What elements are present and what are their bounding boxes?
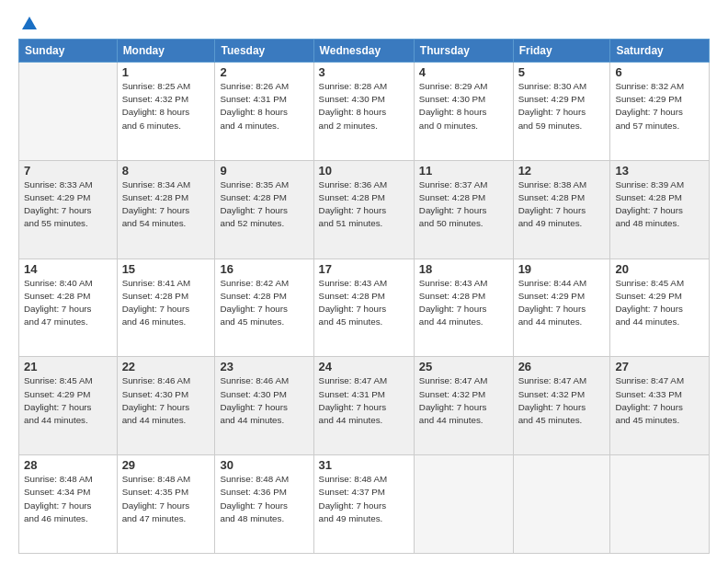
day-number: 8	[122, 164, 210, 178]
day-number: 24	[319, 360, 409, 373]
day-number: 31	[319, 458, 409, 472]
calendar-cell: 1Sunrise: 8:25 AM Sunset: 4:32 PM Daylig…	[117, 63, 215, 161]
calendar-cell: 14Sunrise: 8:40 AM Sunset: 4:28 PM Dayli…	[19, 259, 118, 357]
calendar-cell: 12Sunrise: 8:38 AM Sunset: 4:28 PM Dayli…	[513, 160, 610, 259]
day-info: Sunrise: 8:39 AM Sunset: 4:28 PM Dayligh…	[615, 178, 704, 231]
day-number: 4	[419, 65, 508, 79]
calendar-cell: 30Sunrise: 8:48 AM Sunset: 4:36 PM Dayli…	[215, 455, 313, 554]
calendar-day-header: Friday	[513, 40, 610, 63]
day-info: Sunrise: 8:38 AM Sunset: 4:28 PM Dayligh…	[518, 178, 606, 231]
calendar-day-header: Monday	[117, 40, 215, 63]
day-number: 27	[615, 360, 704, 373]
calendar-day-header: Wednesday	[313, 40, 414, 63]
day-info: Sunrise: 8:46 AM Sunset: 4:30 PM Dayligh…	[220, 374, 308, 427]
day-number: 26	[518, 360, 606, 373]
calendar-day-header: Thursday	[414, 40, 513, 63]
calendar-cell	[513, 455, 610, 554]
calendar-cell: 10Sunrise: 8:36 AM Sunset: 4:28 PM Dayli…	[313, 160, 414, 259]
day-number: 12	[518, 164, 606, 178]
svg-marker-0	[22, 17, 37, 29]
day-info: Sunrise: 8:46 AM Sunset: 4:30 PM Dayligh…	[122, 374, 210, 427]
day-info: Sunrise: 8:36 AM Sunset: 4:28 PM Dayligh…	[319, 178, 409, 231]
calendar-cell: 8Sunrise: 8:34 AM Sunset: 4:28 PM Daylig…	[117, 160, 215, 259]
day-number: 5	[518, 65, 606, 79]
calendar-cell: 9Sunrise: 8:35 AM Sunset: 4:28 PM Daylig…	[215, 160, 313, 259]
calendar-cell: 18Sunrise: 8:43 AM Sunset: 4:28 PM Dayli…	[414, 259, 513, 357]
calendar-cell: 6Sunrise: 8:32 AM Sunset: 4:29 PM Daylig…	[610, 63, 710, 161]
day-number: 22	[122, 360, 210, 373]
day-info: Sunrise: 8:48 AM Sunset: 4:35 PM Dayligh…	[122, 473, 210, 525]
day-number: 29	[122, 458, 210, 472]
day-number: 17	[319, 262, 409, 276]
logo-icon	[20, 15, 39, 33]
calendar-week-row: 14Sunrise: 8:40 AM Sunset: 4:28 PM Dayli…	[19, 259, 710, 357]
calendar-cell: 13Sunrise: 8:39 AM Sunset: 4:28 PM Dayli…	[610, 160, 710, 259]
day-info: Sunrise: 8:47 AM Sunset: 4:31 PM Dayligh…	[319, 374, 409, 427]
calendar-day-header: Tuesday	[215, 40, 313, 63]
calendar-day-header: Saturday	[610, 40, 710, 63]
calendar-week-row: 21Sunrise: 8:45 AM Sunset: 4:29 PM Dayli…	[19, 357, 710, 455]
day-info: Sunrise: 8:35 AM Sunset: 4:28 PM Dayligh…	[220, 178, 308, 231]
day-number: 3	[319, 65, 409, 79]
calendar-table: SundayMondayTuesdayWednesdayThursdayFrid…	[18, 39, 710, 554]
calendar-cell: 3Sunrise: 8:28 AM Sunset: 4:30 PM Daylig…	[313, 63, 414, 161]
day-info: Sunrise: 8:43 AM Sunset: 4:28 PM Dayligh…	[419, 277, 508, 329]
calendar-cell: 26Sunrise: 8:47 AM Sunset: 4:32 PM Dayli…	[513, 357, 610, 455]
calendar-cell: 28Sunrise: 8:48 AM Sunset: 4:34 PM Dayli…	[19, 455, 118, 554]
day-info: Sunrise: 8:48 AM Sunset: 4:36 PM Dayligh…	[220, 473, 308, 525]
calendar-cell: 11Sunrise: 8:37 AM Sunset: 4:28 PM Dayli…	[414, 160, 513, 259]
day-number: 16	[220, 262, 308, 276]
day-info: Sunrise: 8:30 AM Sunset: 4:29 PM Dayligh…	[518, 80, 606, 132]
day-number: 25	[419, 360, 508, 373]
calendar-cell: 23Sunrise: 8:46 AM Sunset: 4:30 PM Dayli…	[215, 357, 313, 455]
calendar-cell: 4Sunrise: 8:29 AM Sunset: 4:30 PM Daylig…	[414, 63, 513, 161]
day-number: 30	[220, 458, 308, 472]
calendar-cell: 24Sunrise: 8:47 AM Sunset: 4:31 PM Dayli…	[313, 357, 414, 455]
day-info: Sunrise: 8:47 AM Sunset: 4:32 PM Dayligh…	[518, 374, 606, 427]
day-number: 9	[220, 164, 308, 178]
day-info: Sunrise: 8:26 AM Sunset: 4:31 PM Dayligh…	[220, 80, 308, 132]
calendar-cell: 27Sunrise: 8:47 AM Sunset: 4:33 PM Dayli…	[610, 357, 710, 455]
calendar-cell	[414, 455, 513, 554]
day-number: 7	[24, 164, 112, 178]
day-number: 14	[24, 262, 112, 276]
calendar-week-row: 7Sunrise: 8:33 AM Sunset: 4:29 PM Daylig…	[19, 160, 710, 259]
day-info: Sunrise: 8:44 AM Sunset: 4:29 PM Dayligh…	[518, 277, 606, 329]
day-number: 28	[24, 458, 112, 472]
day-info: Sunrise: 8:48 AM Sunset: 4:37 PM Dayligh…	[319, 473, 409, 525]
day-info: Sunrise: 8:45 AM Sunset: 4:29 PM Dayligh…	[615, 277, 704, 329]
calendar-cell: 20Sunrise: 8:45 AM Sunset: 4:29 PM Dayli…	[610, 259, 710, 357]
calendar-week-row: 1Sunrise: 8:25 AM Sunset: 4:32 PM Daylig…	[19, 63, 710, 161]
calendar-cell: 16Sunrise: 8:42 AM Sunset: 4:28 PM Dayli…	[215, 259, 313, 357]
day-number: 10	[319, 164, 409, 178]
day-info: Sunrise: 8:37 AM Sunset: 4:28 PM Dayligh…	[419, 178, 508, 231]
calendar-cell: 5Sunrise: 8:30 AM Sunset: 4:29 PM Daylig…	[513, 63, 610, 161]
day-number: 6	[615, 65, 704, 79]
day-number: 11	[419, 164, 508, 178]
day-info: Sunrise: 8:33 AM Sunset: 4:29 PM Dayligh…	[24, 178, 112, 231]
day-info: Sunrise: 8:29 AM Sunset: 4:30 PM Dayligh…	[419, 80, 508, 132]
page: SundayMondayTuesdayWednesdayThursdayFrid…	[0, 0, 728, 563]
day-number: 21	[24, 360, 112, 373]
calendar-week-row: 28Sunrise: 8:48 AM Sunset: 4:34 PM Dayli…	[19, 455, 710, 554]
day-number: 1	[122, 65, 210, 79]
day-info: Sunrise: 8:47 AM Sunset: 4:32 PM Dayligh…	[419, 374, 508, 427]
calendar-cell: 31Sunrise: 8:48 AM Sunset: 4:37 PM Dayli…	[313, 455, 414, 554]
day-number: 20	[615, 262, 704, 276]
day-number: 23	[220, 360, 308, 373]
calendar-cell: 2Sunrise: 8:26 AM Sunset: 4:31 PM Daylig…	[215, 63, 313, 161]
day-number: 13	[615, 164, 704, 178]
day-info: Sunrise: 8:45 AM Sunset: 4:29 PM Dayligh…	[24, 374, 112, 427]
day-info: Sunrise: 8:47 AM Sunset: 4:33 PM Dayligh…	[615, 374, 704, 427]
day-number: 2	[220, 65, 308, 79]
calendar-cell: 15Sunrise: 8:41 AM Sunset: 4:28 PM Dayli…	[117, 259, 215, 357]
calendar-header-row: SundayMondayTuesdayWednesdayThursdayFrid…	[19, 40, 710, 63]
header	[18, 15, 710, 33]
calendar-day-header: Sunday	[19, 40, 118, 63]
day-number: 18	[419, 262, 508, 276]
calendar-cell: 22Sunrise: 8:46 AM Sunset: 4:30 PM Dayli…	[117, 357, 215, 455]
day-info: Sunrise: 8:48 AM Sunset: 4:34 PM Dayligh…	[24, 473, 112, 525]
day-info: Sunrise: 8:40 AM Sunset: 4:28 PM Dayligh…	[24, 277, 112, 329]
day-info: Sunrise: 8:42 AM Sunset: 4:28 PM Dayligh…	[220, 277, 308, 329]
calendar-cell: 19Sunrise: 8:44 AM Sunset: 4:29 PM Dayli…	[513, 259, 610, 357]
